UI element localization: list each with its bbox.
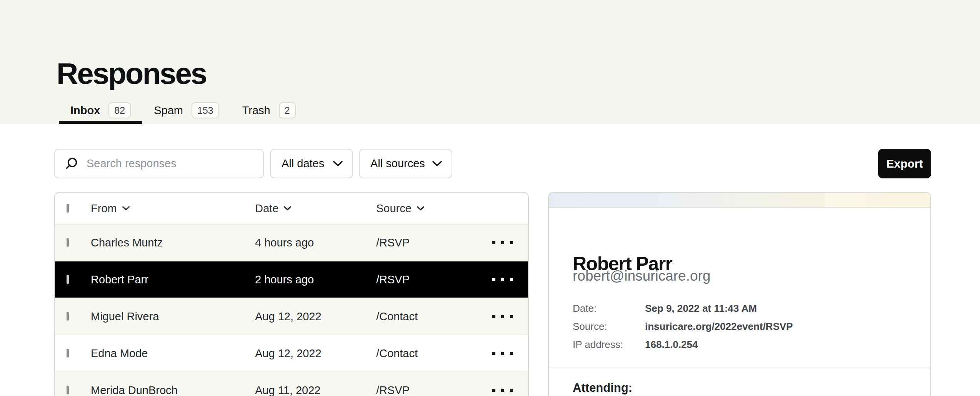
attending-section-heading: Attending: <box>573 381 632 395</box>
row-date: Aug 11, 2022 <box>255 384 320 396</box>
row-source: /RSVP <box>376 384 410 396</box>
row-from: Edna Mode <box>91 347 148 360</box>
row-checkbox[interactable] <box>67 275 69 284</box>
row-from: Miguel Rivera <box>91 310 159 323</box>
row-menu-button[interactable] <box>492 348 513 359</box>
table-row-selected[interactable]: Robert Parr 2 hours ago /RSVP <box>55 261 528 298</box>
row-source: /Contact <box>376 310 418 323</box>
tab-spam-count-badge: 153 <box>192 102 219 119</box>
tab-inbox-count-badge: 82 <box>108 102 131 119</box>
tab-trash[interactable]: Trash 2 <box>231 97 307 124</box>
row-source: /RSVP <box>376 273 410 286</box>
meta-label: IP address: <box>573 339 645 350</box>
meta-value: insuricare.org/2022event/RSVP <box>645 321 793 332</box>
tab-bar: Inbox 82 Spam 153 Trash 2 <box>59 97 307 124</box>
row-date: 4 hours ago <box>255 236 314 249</box>
table-header-row: From Date Source <box>55 193 528 225</box>
column-header-source[interactable]: Source <box>376 202 425 215</box>
meta-label: Source: <box>573 321 645 332</box>
row-date: Aug 12, 2022 <box>255 310 322 323</box>
response-detail-panel: Robert Parr robert@insuricare.org Date: … <box>548 192 931 396</box>
row-menu-button[interactable] <box>492 274 513 285</box>
top-header-band: Responses Inbox 82 Spam 153 Trash 2 <box>0 0 980 124</box>
table-row[interactable]: Charles Muntz 4 hours ago /RSVP <box>55 225 528 261</box>
meta-row-source: Source: insuricare.org/2022event/RSVP <box>573 321 793 332</box>
chevron-down-icon <box>417 206 425 211</box>
row-source: /RSVP <box>376 236 410 249</box>
meta-value: Sep 9, 2022 at 11:43 AM <box>645 303 757 314</box>
row-menu-button[interactable] <box>492 311 513 322</box>
meta-label: Date: <box>573 303 645 314</box>
column-header-date[interactable]: Date <box>255 202 292 215</box>
chevron-down-icon <box>432 160 442 167</box>
chevron-down-icon <box>122 206 130 211</box>
meta-value: 168.1.0.254 <box>645 339 698 350</box>
table-row[interactable]: Merida DunBroch Aug 11, 2022 /RSVP <box>55 372 528 396</box>
tab-spam[interactable]: Spam 153 <box>142 97 230 124</box>
response-meta: Date: Sep 9, 2022 at 11:43 AM Source: in… <box>573 303 793 358</box>
respondent-email: robert@insuricare.org <box>573 268 710 284</box>
tab-inbox[interactable]: Inbox 82 <box>59 97 142 124</box>
table-row[interactable]: Miguel Rivera Aug 12, 2022 /Contact <box>55 298 528 335</box>
date-filter-value: All dates <box>282 157 324 170</box>
row-from: Merida DunBroch <box>91 384 178 396</box>
chevron-down-icon <box>333 160 343 167</box>
search-input[interactable] <box>86 157 257 170</box>
row-date: 2 hours ago <box>255 273 314 286</box>
row-source: /Contact <box>376 347 418 360</box>
row-menu-button[interactable] <box>492 385 513 396</box>
date-filter-dropdown[interactable]: All dates <box>270 149 353 178</box>
detail-gradient-banner <box>549 193 930 208</box>
row-checkbox[interactable] <box>67 312 69 321</box>
source-filter-dropdown[interactable]: All sources <box>359 149 452 178</box>
export-button[interactable]: Export <box>878 149 931 178</box>
select-all-checkbox[interactable] <box>67 204 69 213</box>
tab-inbox-label: Inbox <box>70 104 100 117</box>
chevron-down-icon <box>283 206 292 211</box>
tab-trash-count-badge: 2 <box>279 102 296 119</box>
row-from: Charles Muntz <box>91 236 163 249</box>
meta-row-ip: IP address: 168.1.0.254 <box>573 339 793 350</box>
tab-spam-label: Spam <box>154 104 183 117</box>
table-row[interactable]: Edna Mode Aug 12, 2022 /Contact <box>55 335 528 372</box>
source-filter-value: All sources <box>370 157 425 170</box>
search-icon <box>65 157 78 171</box>
page-title: Responses <box>57 58 206 88</box>
meta-row-date: Date: Sep 9, 2022 at 11:43 AM <box>573 303 793 314</box>
detail-divider <box>549 368 930 368</box>
column-header-from[interactable]: From <box>91 202 130 215</box>
tab-trash-label: Trash <box>242 104 270 117</box>
row-from: Robert Parr <box>91 273 148 286</box>
responses-table: From Date Source Charles Muntz 4 hours a… <box>54 192 529 396</box>
row-menu-button[interactable] <box>492 237 513 248</box>
row-checkbox[interactable] <box>67 238 69 247</box>
row-date: Aug 12, 2022 <box>255 347 322 360</box>
row-checkbox[interactable] <box>67 349 69 358</box>
search-box[interactable] <box>54 149 264 178</box>
row-checkbox[interactable] <box>67 386 69 394</box>
